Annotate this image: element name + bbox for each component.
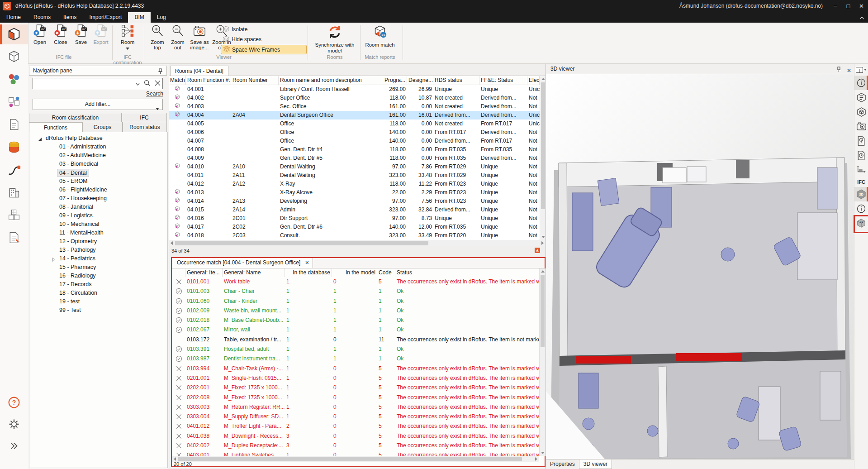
ifc-info-button[interactable] [854, 201, 868, 216]
settings-button[interactable] [5, 416, 23, 433]
tab-room-status[interactable]: Room status [123, 122, 167, 132]
tree-item-06-flightmedicine[interactable]: 06 - FlightMedicine [29, 186, 167, 194]
rooms-col-ff-e-status[interactable]: FF&E: Status [479, 76, 527, 85]
room-configuration-button[interactable]: Room [116, 24, 139, 51]
rooms-col-match[interactable]: Match [169, 76, 186, 85]
close-button[interactable]: ✕ [855, 0, 868, 12]
occurrence-row-0303.003[interactable]: 0303.003M_Return Register: RR...105The o… [172, 402, 539, 412]
rooms-col-elect[interactable]: Elect [527, 76, 540, 85]
room-row-04.010[interactable]: 04.0102A10Dental Waiting97.007.86From RT… [169, 163, 540, 171]
occurrence-row-0103.987[interactable]: 0103.987Dentist instrument tra...111Ok [172, 354, 539, 364]
occ-col-in-the-model[interactable]: In the model [332, 268, 377, 277]
3d-viewport[interactable] [546, 74, 854, 459]
sidebar-items-module[interactable] [5, 48, 23, 65]
scroll-left-icon[interactable] [174, 457, 176, 461]
occurrence-row-0102.018[interactable]: 0102.018M_Base Cabinet-Doub...111Ok [172, 316, 539, 325]
tab-groups[interactable]: Groups [82, 122, 123, 132]
open-ifc-button[interactable]: IFC Open [30, 24, 50, 45]
room-row-04.018[interactable]: 04.0182C03Consult.323.0033.49From RT.020… [169, 231, 540, 240]
tree-item-12-optometry[interactable]: 12 - Optometry [29, 237, 167, 246]
tab-room-classification[interactable]: Room classification [29, 113, 122, 122]
save-as-image-button[interactable]: Save as image... [188, 24, 211, 50]
log-history-button[interactable] [854, 148, 868, 163]
rooms-vertical-scrollbar[interactable] [540, 76, 546, 240]
sidebar-products-module[interactable] [5, 71, 23, 88]
occ-col-code[interactable]: Code [377, 268, 395, 277]
tree-item-09-logistics[interactable]: 09 - Logistics [29, 211, 167, 220]
room-row-04.008[interactable]: 04.008Gen. Dent. Dtr #4118.000.00From RT… [169, 145, 540, 154]
occ-col-general-name[interactable]: General: Name [223, 268, 285, 277]
sidebar-reports-module[interactable] [5, 229, 23, 246]
occurrence-match-tab[interactable]: Occurrence match [04.004 - Dental Surgeo… [173, 258, 313, 268]
room-row-04.014[interactable]: 04.0142A13Developing97.007.56From RT.023… [169, 197, 540, 206]
properties-info-button[interactable] [854, 76, 868, 90]
rooms-col-room-function[interactable]: Room Function #: [186, 76, 231, 85]
rooms-col-room-name-and-room-description[interactable]: Room name and room description [279, 76, 382, 85]
tree-item-07-housekeeping[interactable]: 07 - Housekeeping [29, 194, 167, 203]
model-data-button[interactable] [854, 105, 868, 119]
snapshot-button[interactable] [854, 119, 868, 134]
occurrence-row-0102.009[interactable]: 0102.009Waste bin, wall mount...111Ok [172, 306, 539, 316]
menu-tab-items[interactable]: Items [57, 12, 83, 23]
tree-item-17-records[interactable]: 17 - Records [29, 280, 167, 289]
scroll-right-icon[interactable] [541, 241, 544, 245]
occurrence-row-0201.001[interactable]: 0201.001M_Single-Flush: 0915...105The oc… [172, 373, 539, 383]
occurrence-row-0101.001[interactable]: 0101.001Work table105The occurrences onl… [172, 277, 539, 287]
room-row-04.006[interactable]: 04.006Office140.000.00From RT.017Derived… [169, 128, 540, 137]
occurrence-row-0401.012[interactable]: 0401.012M_Troffer Light - Para...205The … [172, 421, 539, 431]
tree-item-15-pharmacy[interactable]: 15 - Pharmacy [29, 263, 167, 272]
occurrence-row-0402.002[interactable]: 0402.002M_Duplex Receptacle:...305The oc… [172, 441, 539, 450]
minimize-button[interactable]: − [829, 0, 842, 12]
sidebar-packages-module[interactable] [5, 206, 23, 224]
sidebar-documents-module[interactable] [5, 116, 23, 133]
tree-item-04-dental[interactable]: 04 - Dental [29, 168, 167, 177]
save-ifc-button[interactable]: IFC Save [71, 24, 91, 45]
rooms-col-designe[interactable]: Designe... [407, 76, 433, 85]
pin-icon[interactable] [158, 68, 163, 77]
scroll-up-icon[interactable] [541, 270, 545, 273]
room-row-04.013[interactable]: 04.013X-Ray Alcove22.002.29From RT.023Un… [169, 188, 540, 197]
room-row-04.015[interactable]: 04.0152A14Admin323.0032.84Derived from..… [169, 206, 540, 214]
rooms-horizontal-scrollbar[interactable] [169, 240, 545, 246]
scroll-down-icon[interactable] [541, 452, 545, 454]
tree-item-16-radiology[interactable]: 16 - Radiology [29, 272, 167, 280]
occ-col-general-ite[interactable]: General: Ite... [185, 268, 223, 277]
tab-ifc[interactable]: IFC [122, 113, 167, 122]
tree-item-01-administration[interactable]: 01 - Administration [29, 143, 167, 151]
occ-col-in-the-database[interactable]: In the database [285, 268, 332, 277]
3d-view-button[interactable]: 3D [854, 187, 868, 201]
add-filter-button[interactable]: Add filter... [33, 99, 163, 110]
rooms-document-tab[interactable]: Rooms [04 - Dental] [170, 66, 228, 77]
menu-tab-rooms[interactable]: Rooms [27, 12, 57, 23]
export-ifc-button[interactable]: IFC Export [91, 24, 111, 45]
expand-sidebar-button[interactable] [5, 437, 23, 455]
room-row-04.007[interactable]: 04.007Office140.000.00Derived from...Fro… [169, 137, 540, 145]
room-row-04.012[interactable]: 04.0122A12X-Ray118.0011.22From RT.023Uni… [169, 180, 540, 188]
close-ifc-button[interactable]: IFC Close [51, 24, 71, 45]
occurrence-row-0103.391[interactable]: 0103.391Hospital bed, adult111Ok [172, 345, 539, 354]
tree-item-18-circulation[interactable]: 18 - Circulation [29, 289, 167, 297]
menu-tab-log[interactable]: Log [151, 12, 172, 23]
search-link[interactable]: Search [146, 91, 163, 97]
room-row-04.016[interactable]: 04.0162C01Dtr Support97.008.73UniqueUniq… [169, 214, 540, 223]
zoom-top-button[interactable]: Zoom top [147, 24, 167, 50]
search-history-caret-icon[interactable] [136, 81, 140, 87]
room-row-04.001[interactable]: 04.001Library / Conf. Room Hassell269.00… [169, 85, 540, 94]
search-icon[interactable] [144, 80, 151, 88]
collapse-ribbon-icon[interactable] [859, 14, 864, 21]
occurrence-match-view-button[interactable]: 1:1 [854, 216, 868, 230]
scroll-up-icon[interactable] [541, 78, 545, 80]
clear-search-icon[interactable] [155, 80, 161, 87]
occ-col-status[interactable]: Status [395, 268, 539, 277]
tree-item-99-test[interactable]: 99 - Test [29, 306, 167, 315]
occurrence-horizontal-scrollbar[interactable] [172, 456, 539, 462]
menu-tab-home[interactable]: Home [0, 12, 27, 23]
occurrence-row-0403.001[interactable]: 0403.001M_Lighting Switches...105The occ… [172, 450, 539, 456]
attached-documents-button[interactable] [854, 134, 868, 148]
rooms-col-rds-status[interactable]: RDS status [433, 76, 479, 85]
rooms-col-room-number[interactable]: Room Number [231, 76, 279, 85]
occurrence-row-0103.172[interactable]: 0103.172Table, examination / tr...1011Th… [172, 335, 539, 345]
occurrence-row-0202.001[interactable]: 0202.001M_Fixed: 1735 x 1000...105The oc… [172, 383, 539, 392]
occurrence-row-0103.994[interactable]: 0103.994M_Chair-Task (Arms) -...105The o… [172, 364, 539, 373]
viewer-tab-properties[interactable]: Properties [546, 459, 579, 469]
